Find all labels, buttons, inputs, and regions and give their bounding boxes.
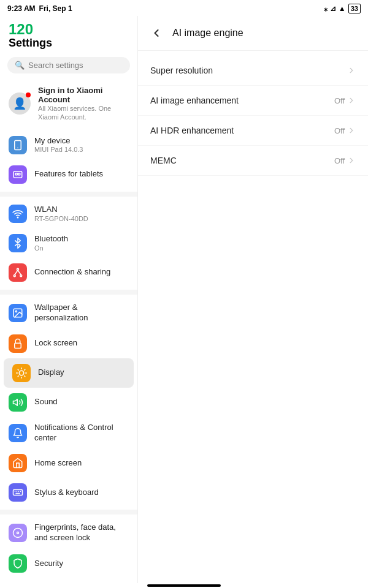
sound-text: Sound	[34, 397, 58, 407]
section-divider-4	[0, 510, 137, 514]
status-icons: ⁎ ⊿ ▲ 33	[324, 4, 361, 13]
sidebar-item-my-device[interactable]: My device MIUI Pad 14.0.3	[0, 130, 137, 160]
wlan-label: WLAN	[34, 205, 88, 215]
sidebar-item-security[interactable]: Security	[0, 549, 137, 578]
my-device-label: My device	[34, 136, 83, 146]
account-sub: All Xiaomi services. One Xiaomi Account.	[38, 104, 129, 122]
svg-line-18	[25, 375, 25, 376]
my-device-icon	[9, 136, 27, 154]
display-text: Display	[38, 368, 64, 378]
signal-icon: ⊿	[330, 4, 336, 13]
right-header: AI image engine	[138, 16, 368, 51]
status-time: 9:23 AM	[7, 4, 36, 13]
settings-section-2: Wallpaper & personalization Lock screen …	[0, 295, 137, 510]
sidebar-item-bluetooth[interactable]: Bluetooth On	[0, 228, 137, 258]
right-item-super-resolution[interactable]: Super resolution	[138, 56, 368, 86]
display-label: Display	[38, 368, 64, 378]
wallpaper-text: Wallpaper & personalization	[34, 303, 129, 323]
chevron-right-icon	[347, 156, 356, 165]
svg-line-17	[18, 369, 18, 370]
right-panel: AI image engine Super resolution AI imag…	[138, 16, 368, 583]
notifications-icon	[9, 424, 27, 442]
stylus-keyboard-text: Stylus & keyboard	[34, 488, 99, 498]
sidebar-item-sound[interactable]: Sound	[0, 388, 137, 417]
svg-rect-3	[15, 173, 17, 175]
features-tablets-label: Features for tablets	[34, 169, 103, 179]
back-button[interactable]	[148, 24, 165, 42]
sidebar-item-fingerprints[interactable]: Fingerprints, face data, and screen lock	[0, 517, 137, 549]
left-panel: 120 Settings 🔍 👤 Sign in to Xiaomi Accou…	[0, 16, 138, 583]
sidebar-item-features-tablets[interactable]: Features for tablets	[0, 160, 137, 189]
search-input[interactable]	[28, 61, 123, 70]
sidebar-item-privacy[interactable]: Privacy protection	[0, 578, 137, 583]
status-bar: 9:23 AM Fri, Sep 1 ⁎ ⊿ ▲ 33	[0, 0, 368, 16]
bluetooth-sublabel: On	[34, 244, 68, 252]
app-header: 120 Settings	[0, 16, 137, 52]
sidebar-item-wallpaper[interactable]: Wallpaper & personalization	[0, 297, 137, 329]
ai-image-enhancement-value: Off	[334, 96, 345, 105]
settings-section-3: Fingerprints, face data, and screen lock…	[0, 514, 137, 583]
my-device-text: My device MIUI Pad 14.0.3	[34, 136, 83, 154]
security-text: Security	[34, 559, 63, 569]
svg-line-10	[18, 270, 21, 275]
right-item-memc[interactable]: MEMC Off	[138, 146, 368, 176]
sidebar-item-display[interactable]: Display	[4, 358, 134, 388]
connection-sharing-text: Connection & sharing	[34, 267, 110, 277]
account-item[interactable]: 👤 Sign in to Xiaomi Account All Xiaomi s…	[0, 80, 137, 128]
section-divider-3	[0, 290, 137, 295]
super-resolution-label: Super resolution	[150, 66, 213, 75]
svg-line-21	[18, 375, 18, 376]
chevron-right-icon	[347, 96, 356, 105]
sound-icon	[9, 393, 27, 412]
memc-value: Off	[334, 156, 345, 165]
wifi-icon: ▲	[339, 4, 346, 13]
sidebar-item-wlan[interactable]: WLAN RT-5GPON-40DD	[0, 199, 137, 228]
sound-label: Sound	[34, 397, 58, 407]
sidebar-item-home-screen[interactable]: Home screen	[0, 448, 137, 478]
sidebar-item-stylus-keyboard[interactable]: Stylus & keyboard	[0, 478, 137, 507]
wlan-sublabel: RT-5GPON-40DD	[34, 215, 88, 223]
section-divider-2	[0, 192, 137, 197]
connection-sharing-label: Connection & sharing	[34, 267, 110, 277]
svg-line-9	[15, 270, 18, 275]
home-screen-icon	[9, 454, 27, 472]
chevron-right-icon	[347, 126, 356, 135]
sidebar-item-lock-screen[interactable]: Lock screen	[0, 329, 137, 358]
right-item-ai-image-enhancement[interactable]: AI image enhancement Off	[138, 86, 368, 116]
svg-rect-24	[13, 490, 23, 496]
fingerprints-icon	[9, 524, 27, 542]
wlan-icon	[9, 205, 27, 223]
lock-screen-icon	[9, 334, 27, 353]
ai-image-enhancement-right: Off	[334, 96, 356, 105]
battery-icon: 33	[348, 4, 361, 13]
right-panel-title: AI image engine	[172, 28, 243, 39]
memc-label: MEMC	[150, 156, 177, 165]
right-item-ai-hdr-enhancement[interactable]: AI HDR enhancement Off	[138, 116, 368, 146]
svg-point-14	[19, 371, 24, 375]
right-list: Super resolution AI image enhancement Of…	[138, 51, 368, 181]
bluetooth-text: Bluetooth On	[34, 234, 68, 252]
bluetooth-label: Bluetooth	[34, 234, 68, 244]
lock-screen-text: Lock screen	[34, 338, 77, 349]
search-bar[interactable]: 🔍	[7, 57, 130, 74]
bluetooth-status-icon: ⁎	[324, 4, 328, 13]
home-screen-text: Home screen	[34, 458, 82, 469]
lock-screen-label: Lock screen	[34, 338, 77, 349]
app-logo: 120	[9, 22, 129, 37]
svg-point-12	[15, 311, 17, 312]
security-label: Security	[34, 559, 63, 569]
sidebar-item-notifications[interactable]: Notifications & Control center	[0, 417, 137, 449]
settings-section-0: My device MIUI Pad 14.0.3 Features for t…	[0, 128, 137, 192]
stylus-keyboard-icon	[9, 483, 27, 502]
ai-image-enhancement-label: AI image enhancement	[150, 96, 239, 105]
fingerprints-label: Fingerprints, face data, and screen lock	[34, 522, 129, 543]
home-screen-label: Home screen	[34, 458, 82, 469]
ai-hdr-enhancement-label: AI HDR enhancement	[150, 126, 234, 135]
memc-right: Off	[334, 156, 356, 165]
ai-hdr-enhancement-value: Off	[334, 126, 345, 135]
status-date: Fri, Sep 1	[39, 4, 72, 13]
display-icon	[12, 364, 31, 382]
sidebar-item-connection-sharing[interactable]: Connection & sharing	[0, 258, 137, 287]
notifications-text: Notifications & Control center	[34, 423, 129, 443]
svg-rect-4	[18, 173, 20, 175]
